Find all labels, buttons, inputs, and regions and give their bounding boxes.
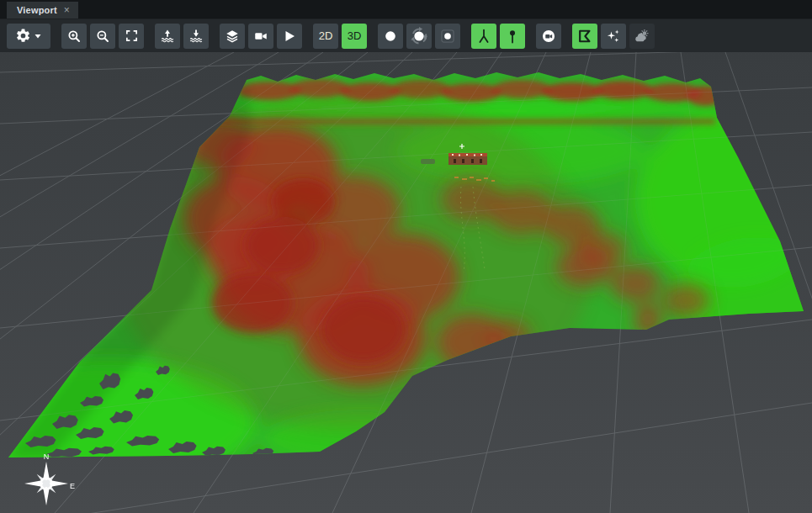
fullscreen-button[interactable]: [119, 24, 144, 49]
polygon-icon: [576, 28, 593, 45]
layers-button[interactable]: [220, 24, 245, 49]
zoom-out-icon: [95, 29, 110, 44]
mode-2d-button[interactable]: 2D: [313, 24, 338, 49]
orbit-rotate-icon: [409, 26, 429, 46]
play-icon: [282, 29, 297, 44]
chevron-down-icon: [34, 32, 42, 40]
circle-dot-icon: [439, 28, 456, 45]
arrow-up-waves-icon: [160, 29, 175, 44]
zoom-in-button[interactable]: [61, 24, 87, 49]
lower-terrain-button[interactable]: [183, 24, 209, 49]
tab-viewport[interactable]: Viewport ×: [7, 2, 78, 19]
close-icon[interactable]: ×: [64, 5, 70, 15]
weather-button[interactable]: [629, 24, 655, 49]
tab-label: Viewport: [17, 5, 57, 15]
tab-bar: Viewport ×: [0, 0, 812, 19]
weather-icon: [634, 28, 650, 45]
toolbar-group-media: [220, 24, 302, 49]
app-window: Viewport ×: [0, 0, 812, 513]
settings-button[interactable]: [7, 24, 50, 49]
vegetation-tool-button[interactable]: [471, 24, 496, 49]
capture-button[interactable]: [536, 24, 561, 49]
scene-render: N E: [0, 52, 812, 513]
toolbar-group-navigation: [378, 24, 460, 49]
mode-3d-button[interactable]: 3D: [342, 24, 367, 49]
layers-icon: [225, 29, 240, 44]
pin-tool-button[interactable]: [500, 24, 525, 49]
camera-circle-icon: [540, 28, 557, 45]
circle-large-icon: [382, 28, 399, 45]
gear-icon: [15, 28, 31, 44]
nav-dot-button[interactable]: [435, 24, 460, 49]
toolbar-group-zoom: [61, 24, 144, 49]
toolbar-group-settings: [7, 24, 50, 49]
toolbar-group-mode: 2D 3D: [313, 24, 367, 49]
toolbar-group-placement: [471, 24, 525, 49]
zoom-in-icon: [66, 29, 82, 44]
toolbar-group-capture: [536, 24, 561, 49]
camera-button[interactable]: [248, 24, 273, 49]
compass-north-label: N: [44, 452, 50, 461]
arrow-down-waves-icon: [188, 29, 204, 44]
mode-2d-label: 2D: [319, 29, 333, 42]
viewport-canvas[interactable]: N E: [0, 52, 812, 513]
tree-icon: [475, 28, 492, 45]
sparkles-icon: [605, 28, 622, 45]
effects-button[interactable]: [601, 24, 626, 49]
toolbar: 2D 3D: [0, 19, 812, 52]
mode-3d-label: 3D: [348, 29, 362, 42]
play-button[interactable]: [277, 24, 302, 49]
compass-east-label: E: [70, 482, 75, 490]
raise-terrain-button[interactable]: [155, 24, 180, 49]
pin-icon: [504, 28, 521, 45]
toolbar-group-tools: [572, 24, 655, 49]
fullscreen-icon: [125, 29, 139, 43]
polygon-tool-button[interactable]: [572, 24, 597, 49]
toolbar-group-terrain: [155, 24, 209, 49]
video-camera-icon: [253, 29, 268, 44]
nav-orbit-button[interactable]: [406, 24, 432, 49]
nav-sphere-button[interactable]: [378, 24, 403, 49]
zoom-out-button[interactable]: [90, 24, 115, 49]
